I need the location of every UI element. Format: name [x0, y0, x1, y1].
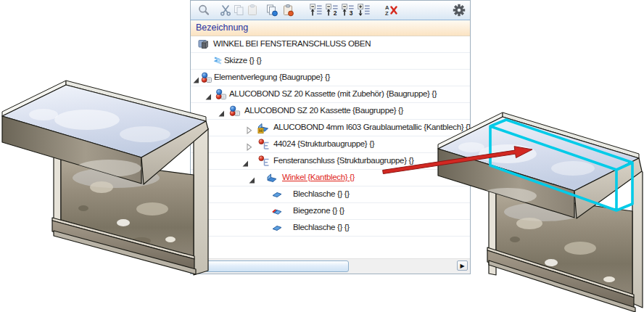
svg-text:Z: Z: [385, 10, 389, 17]
scrollbar-thumb[interactable]: [205, 260, 349, 272]
right-model-wall: [496, 192, 632, 295]
tree-item-label: ALUCOBOND SZ 20 Kassette (mit Zubehör) {…: [229, 86, 437, 102]
expander-expanded-icon[interactable]: [242, 157, 249, 165]
sheet-flange-icon: [271, 189, 283, 200]
gear-icon: [453, 4, 466, 17]
horizontal-scrollbar[interactable]: ▶: [191, 258, 470, 274]
tree-item-blechlasche-2[interactable]: Blechlasche {} {}: [191, 220, 470, 237]
sketch-icon: [212, 55, 223, 67]
scrollbar-right-arrow-button[interactable]: ▶: [457, 260, 468, 271]
paste-icon: [246, 4, 259, 17]
copy-icon: [233, 4, 246, 17]
collapse-level-1-button[interactable]: [309, 3, 323, 17]
right-arrow-icon: ▶: [460, 263, 464, 269]
tree-item-label: Biegezone {} {}: [293, 203, 344, 218]
left-model-view: [2, 81, 208, 275]
paste-red-dot-icon: [281, 4, 294, 17]
expander-expanded-icon[interactable]: [192, 74, 200, 82]
left-model-bottom-rail: [52, 218, 196, 274]
right-model-bottom-rail: [487, 247, 635, 312]
tree-item-label: Blechlasche {} {}: [293, 220, 350, 235]
search-button[interactable]: [197, 3, 211, 17]
svg-text:H: H: [259, 128, 263, 133]
tree-item-elementverlegung[interactable]: Elementverlegung {Baugruppe} {}: [191, 70, 470, 86]
tree-item-winkel-selected[interactable]: Winkel {Kantblech} {}: [191, 170, 470, 186]
tree-item-skizze[interactable]: Skizze {} {}: [191, 53, 470, 70]
copy-button[interactable]: [232, 3, 247, 17]
tree-item-label: Blechlasche {} {}: [293, 186, 350, 202]
column-header-bezeichnung[interactable]: Bezeichnung: [191, 20, 470, 36]
tree-item-alucobond-zubehoer[interactable]: ALUCOBOND SZ 20 Kassette (mit Zubehör) {…: [191, 86, 470, 103]
collapse-level-1-icon: [310, 4, 323, 17]
expander-collapsed-icon[interactable]: [245, 141, 253, 149]
expander-expanded-icon[interactable]: [248, 174, 256, 182]
element-layout-icon: [229, 105, 241, 117]
cut-button[interactable]: [218, 3, 233, 17]
remove-sort-button[interactable]: A Z: [384, 3, 398, 17]
screenshot-stage: 2 3: [0, 0, 644, 312]
tree-item-44024[interactable]: 44024 {Strukturbaugruppe} {}: [191, 136, 470, 153]
left-model-wall: [61, 157, 194, 258]
tree-item-biegezone[interactable]: Biegezone {} {}: [191, 203, 470, 220]
tree-item-label: Winkel {Kantblech} {}: [282, 170, 355, 185]
bend-zone-icon: [271, 205, 283, 217]
element-layout-icon: [201, 72, 212, 83]
sheet-flange-icon: [271, 222, 283, 234]
expander-expanded-icon[interactable]: [205, 91, 212, 99]
tree-item-blechlasche-1[interactable]: Blechlasche {} {}: [191, 186, 470, 203]
expander-collapsed-icon[interactable]: [245, 124, 253, 132]
sheet-metal-icon: [266, 172, 278, 184]
tree-item-label: Fensteranschluss {Strukturbaugruppe} {}: [273, 153, 414, 168]
expand-all-button[interactable]: [357, 3, 371, 17]
paste-button[interactable]: [245, 3, 260, 17]
scissors-icon: [219, 4, 232, 17]
tree-item-fensteranschluss[interactable]: Fensteranschluss {Strukturbaugruppe} {}: [191, 153, 470, 170]
expander-expanded-icon[interactable]: [218, 107, 226, 115]
tree-item-label: Skizze {} {}: [224, 53, 261, 68]
icn-toolbar: 2 3: [191, 1, 470, 20]
magnifier-icon: [197, 4, 210, 17]
collapse-level-3-icon: 3: [342, 4, 355, 17]
sort-az-delete-icon: A Z: [384, 4, 397, 17]
structure-assembly-icon: [258, 139, 270, 150]
tree-item-alucobond-kassette[interactable]: ALUCOBOND SZ 20 Kassette {Baugruppe} {}: [191, 103, 470, 120]
assembly-icon: [198, 38, 210, 50]
collapse-level-3-button[interactable]: 3: [341, 3, 355, 17]
settings-button[interactable]: [452, 3, 466, 17]
element-layout-icon: [215, 89, 227, 100]
icn-structure-panel: 2 3: [190, 0, 471, 274]
tree-item-alucobond-4mm[interactable]: H ALUCOBOND 4mm I603 Graublaumetallic {K…: [191, 120, 470, 136]
paste-special-button[interactable]: [281, 3, 295, 17]
copy-blue-dot-icon: [265, 4, 278, 17]
sheet-metal-h-icon: H: [257, 122, 269, 134]
selection-highlight-box: [490, 120, 632, 210]
tree-item-label: ALUCOBOND 4mm I603 Graublaumetallic {Kan…: [273, 120, 471, 135]
collapse-level-2-icon: 2: [326, 4, 339, 17]
tree-item-label: ALUCOBOND SZ 20 Kassette {Baugruppe} {}: [244, 103, 403, 118]
structure-assembly-icon: [258, 155, 270, 167]
structure-tree: WINKEL BEI FENSTERANSCHLUSS OBEN Skizze …: [191, 36, 470, 237]
expand-all-icon: [358, 4, 371, 17]
copy-special-button[interactable]: [265, 3, 279, 17]
svg-text:3: 3: [350, 9, 353, 17]
collapse-level-2-button[interactable]: 2: [325, 3, 339, 17]
left-model-coping-slab: [2, 85, 208, 184]
tree-item-root[interactable]: WINKEL BEI FENSTERANSCHLUSS OBEN: [191, 36, 470, 53]
tree-item-label: Elementverlegung {Baugruppe} {}: [214, 70, 330, 85]
tree-item-label: WINKEL BEI FENSTERANSCHLUSS OBEN: [213, 36, 371, 52]
tree-item-label: 44024 {Strukturbaugruppe} {}: [273, 136, 374, 152]
right-model-side-face: [632, 168, 643, 308]
svg-text:2: 2: [334, 9, 337, 17]
